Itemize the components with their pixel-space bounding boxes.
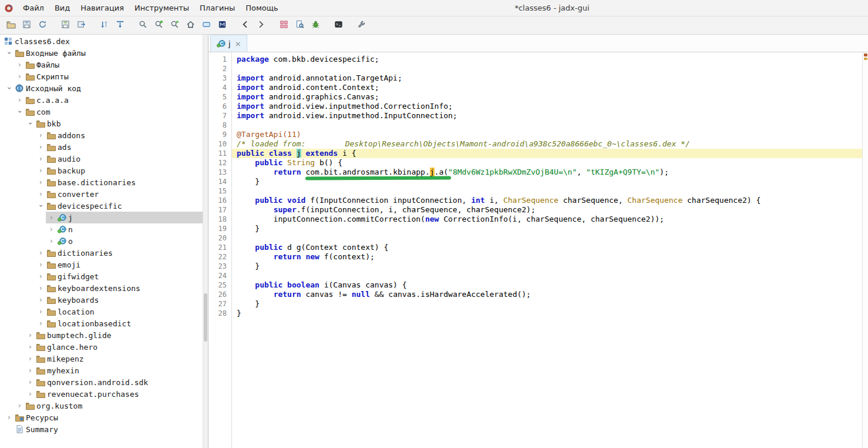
code-line[interactable] xyxy=(232,64,862,73)
code-line[interactable]: return new f(context); xyxy=(232,252,862,262)
tree-item[interactable]: ›Исходный код xyxy=(0,82,203,94)
tree-item[interactable]: ›com xyxy=(0,106,203,118)
code-line[interactable]: return canvas != null && canvas.isHardwa… xyxy=(232,290,862,299)
menu-item[interactable]: Помощь xyxy=(240,1,283,15)
tree-item[interactable]: ›n xyxy=(0,223,203,235)
tree-item[interactable]: ›c.a.a.a xyxy=(0,94,203,106)
menu-item[interactable]: Навигация xyxy=(75,1,129,15)
tree-item[interactable]: ›glance.hero xyxy=(0,341,203,353)
tree-item[interactable]: ›o xyxy=(0,235,203,247)
tree-item[interactable]: ›addons xyxy=(0,129,203,141)
debugger-button[interactable] xyxy=(308,18,324,33)
code-line[interactable] xyxy=(232,186,862,196)
menu-item[interactable]: Файл xyxy=(18,1,49,15)
menu-item[interactable]: Вид xyxy=(49,1,75,15)
tree-expand-arrow-icon[interactable]: › xyxy=(25,355,36,362)
code-line[interactable]: import android.view.inputmethod.Correcti… xyxy=(232,102,862,111)
tree-expand-arrow-icon[interactable]: › xyxy=(35,285,46,292)
code-line[interactable]: import android.view.inputmethod.InputCon… xyxy=(232,111,862,121)
code-line[interactable]: super.f(inputConnection, i, charSequence… xyxy=(232,205,862,215)
code-line[interactable]: @TargetApi(11) xyxy=(232,130,862,139)
tree-item[interactable]: ›bumptech.glide xyxy=(0,329,203,341)
tree-expand-arrow-icon[interactable]: › xyxy=(14,61,25,68)
menu-item[interactable]: Плагины xyxy=(194,1,240,15)
code-line[interactable]: inputConnection.commitCorrection(new Cor… xyxy=(232,215,862,224)
save-project-button[interactable] xyxy=(58,18,73,33)
tree-expand-arrow-icon[interactable]: › xyxy=(25,343,36,350)
code-line[interactable]: public boolean i(Canvas canvas) { xyxy=(232,280,862,290)
tree-item[interactable]: ›keyboards xyxy=(0,294,203,306)
tree-expand-arrow-icon[interactable]: › xyxy=(14,96,25,103)
tree-item[interactable]: ›revenuecat.purchases xyxy=(0,388,203,400)
mson-viewer-button[interactable] xyxy=(214,18,230,33)
tree-expand-arrow-icon[interactable]: › xyxy=(46,238,57,245)
tree-item[interactable]: ›locationbasedict xyxy=(0,317,203,329)
tree-expand-arrow-icon[interactable]: › xyxy=(35,308,46,315)
tree-expand-arrow-icon[interactable]: › xyxy=(25,332,36,339)
back-button[interactable] xyxy=(237,18,253,33)
code-line[interactable]: } xyxy=(232,309,862,318)
tree-expand-arrow-icon[interactable]: › xyxy=(35,155,46,162)
tree-item[interactable]: ›j xyxy=(0,212,203,223)
code-line[interactable] xyxy=(232,121,862,130)
code-line[interactable]: import android.content.Context; xyxy=(232,83,862,92)
code-line[interactable]: public String b() { xyxy=(232,158,862,168)
quark-analysis-button[interactable] xyxy=(292,18,308,33)
code-line[interactable]: public d g(Context context) { xyxy=(232,243,862,252)
tree-item[interactable]: ›myhexin xyxy=(0,365,203,376)
stripe-mark[interactable] xyxy=(864,54,867,56)
tree-expand-arrow-icon[interactable]: › xyxy=(25,390,36,397)
tree-expand-arrow-icon[interactable]: › xyxy=(35,190,46,198)
tree-expand-arrow-icon[interactable]: › xyxy=(35,320,46,327)
save-all-button[interactable] xyxy=(19,18,35,33)
tree-item[interactable]: ›backup xyxy=(0,165,203,176)
tree-collapse-arrow-icon[interactable]: › xyxy=(38,200,45,212)
error-stripe[interactable] xyxy=(862,52,868,448)
tree-item[interactable]: ›Входные файлы xyxy=(0,47,203,59)
tree-scrollbar[interactable] xyxy=(203,35,208,448)
tree-expand-arrow-icon[interactable]: › xyxy=(35,249,46,256)
jump-to-declaration-button[interactable] xyxy=(112,18,128,33)
tree-item[interactable]: ›mikepenz xyxy=(0,353,203,365)
tree-collapse-arrow-icon[interactable]: › xyxy=(16,106,23,118)
export-button[interactable] xyxy=(73,18,89,33)
tree-item[interactable]: ›dictionaries xyxy=(0,247,203,259)
code-line[interactable]: } xyxy=(232,299,862,309)
code-line[interactable] xyxy=(232,233,862,243)
tree-collapse-arrow-icon[interactable]: › xyxy=(27,118,34,129)
code-line[interactable]: public void f(InputConnection inputConne… xyxy=(232,196,862,205)
tree-item[interactable]: ›qonversion.android.sdk xyxy=(0,376,203,388)
code-line[interactable]: package com.bkb.devicespecific; xyxy=(232,55,862,64)
tab-class-j[interactable]: j × xyxy=(210,35,247,52)
tree-expand-arrow-icon[interactable]: › xyxy=(35,167,46,174)
tree-expand-arrow-icon[interactable]: › xyxy=(35,273,46,280)
tree-item[interactable]: ›emoji xyxy=(0,259,203,270)
sync-with-editor-button[interactable] xyxy=(96,18,112,33)
code-line[interactable]: import android.annotation.TargetApi; xyxy=(232,73,862,83)
tree-collapse-arrow-icon[interactable]: › xyxy=(6,48,13,59)
code-line[interactable]: import android.graphics.Canvas; xyxy=(232,92,862,102)
code-line[interactable]: } xyxy=(232,262,862,271)
tree-item[interactable]: ›Скрипты xyxy=(0,71,203,82)
open-file-button[interactable] xyxy=(3,18,19,33)
log-viewer-button[interactable] xyxy=(331,18,346,33)
tree-item[interactable]: ›gifwidget xyxy=(0,270,203,282)
tree-item[interactable]: ›ads xyxy=(0,141,203,153)
deobfuscation-button[interactable] xyxy=(276,18,292,33)
reload-button[interactable] xyxy=(35,18,51,33)
tree-expand-arrow-icon[interactable]: › xyxy=(25,367,36,374)
tree-item[interactable]: ›base.dictionaries xyxy=(0,176,203,188)
text-search-button[interactable] xyxy=(135,18,151,33)
class-search-button[interactable] xyxy=(151,18,167,33)
forward-button[interactable] xyxy=(253,18,269,33)
tree-collapse-arrow-icon[interactable]: › xyxy=(6,83,13,94)
tree-expand-arrow-icon[interactable]: › xyxy=(35,261,46,268)
tree-item[interactable]: ›bkb xyxy=(0,118,203,129)
tree-expand-arrow-icon[interactable]: › xyxy=(35,296,46,303)
code-line[interactable]: /* loaded from: Desktop\Research\Objects… xyxy=(232,139,862,149)
code-line[interactable]: public class j extends i { xyxy=(232,149,862,158)
tree-item[interactable]: classes6.dex xyxy=(0,35,203,47)
tree-item[interactable]: ›keyboardextensions xyxy=(0,282,203,294)
tree-expand-arrow-icon[interactable]: › xyxy=(25,379,36,386)
tree-expand-arrow-icon[interactable]: › xyxy=(14,402,25,409)
